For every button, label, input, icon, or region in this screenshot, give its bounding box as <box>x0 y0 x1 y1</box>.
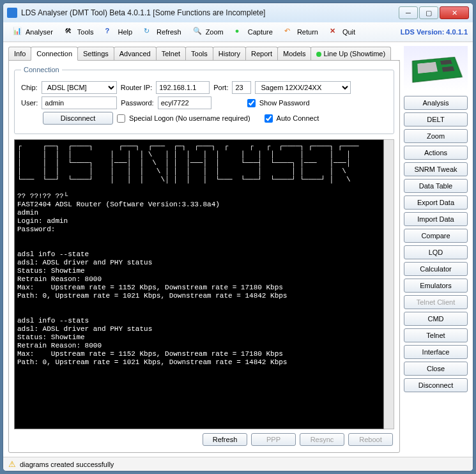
sidebar: AnalysisDELTZoomActionsSNRM TweakData Ta… <box>404 46 468 453</box>
side-calculator-button[interactable]: Calculator <box>404 262 468 276</box>
help-button[interactable]: ?Help <box>100 25 137 39</box>
capture-button[interactable]: ●Capture <box>231 25 277 39</box>
tabstrip: InfoConnectionSettingsAdvancedTelnetTool… <box>8 47 400 61</box>
special-logon-label: Special Logon (No username required) <box>129 114 250 122</box>
refresh-icon: ↻ <box>144 27 154 37</box>
tab-advanced[interactable]: Advanced <box>114 47 157 60</box>
tab-tools[interactable]: Tools <box>185 47 213 60</box>
side-zoom-button[interactable]: Zoom <box>404 129 468 143</box>
maximize-button[interactable]: ▢ <box>419 6 438 19</box>
version-label: LDS Version: 4.0.1.1 <box>401 28 468 36</box>
zoom-icon: 🔍 <box>193 27 203 37</box>
tools-button[interactable]: 🛠Tools <box>60 25 98 39</box>
side-lqd-button[interactable]: LQD <box>404 245 468 259</box>
tab-models[interactable]: Models <box>277 47 311 60</box>
side-analysis-button[interactable]: Analysis <box>404 96 468 110</box>
modem-select[interactable]: Sagem 12XX/24XX <box>255 81 351 94</box>
router-ip-label: Router IP: <box>121 84 153 91</box>
tab-line-up-showtime-[interactable]: Line Up (Showtime) <box>311 47 391 60</box>
titlebar: LDS Analyser (DMT Tool) Beta 4.0.1.1 [So… <box>3 3 473 22</box>
password-input[interactable] <box>158 96 211 109</box>
zoom-button[interactable]: 🔍Zoom <box>188 25 228 39</box>
status-dot-icon <box>316 52 321 57</box>
app-icon <box>7 8 17 18</box>
side-compare-button[interactable]: Compare <box>404 229 468 243</box>
auto-connect-checkbox[interactable] <box>265 114 273 123</box>
side-telnet-client-button[interactable]: Telnet Client <box>404 295 468 309</box>
capture-icon: ● <box>235 27 245 37</box>
auto-connect-label: Auto Connect <box>277 114 319 122</box>
connection-panel: Connection Chip: ADSL [BCM] Router IP: P… <box>8 60 400 453</box>
board-image <box>404 46 468 91</box>
window-title: LDS Analyser (DMT Tool) Beta 4.0.1.1 [So… <box>21 8 399 17</box>
side-actions-button[interactable]: Actions <box>404 146 468 160</box>
side-cmd-button[interactable]: CMD <box>404 312 468 326</box>
tab-history[interactable]: History <box>213 47 246 60</box>
side-interface-button[interactable]: Interface <box>404 345 468 359</box>
tab-settings[interactable]: Settings <box>77 47 114 60</box>
side-snrm-tweak-button[interactable]: SNRM Tweak <box>404 162 468 176</box>
ppp-button[interactable]: PPP <box>251 433 296 446</box>
status-bar: ⚠ diagrams created successfully <box>3 457 473 471</box>
close-button[interactable]: ✕ <box>440 6 469 19</box>
side-disconnect-button[interactable]: Disconnect <box>404 378 468 392</box>
tab-info[interactable]: Info <box>8 47 31 60</box>
connection-group: Connection Chip: ADSL [BCM] Router IP: P… <box>14 66 394 134</box>
user-label: User: <box>21 99 38 107</box>
side-data-table-button[interactable]: Data Table <box>404 179 468 193</box>
terminal-output: ┌ ┌──┐ ┌────┐ ┌───┐ ┌─── ┌─┐ ┌───┐ ┌ ┌ ┌… <box>14 139 384 429</box>
analyser-button[interactable]: 📊Analyser <box>8 25 58 39</box>
disconnect-button[interactable]: Disconnect <box>43 112 113 125</box>
help-icon: ? <box>105 27 115 37</box>
tab-connection[interactable]: Connection <box>31 47 78 61</box>
show-password-label: Show Password <box>259 99 310 107</box>
router-ip-input[interactable] <box>156 81 210 94</box>
side-delt-button[interactable]: DELT <box>404 112 468 126</box>
quit-button[interactable]: ✕Quit <box>325 25 360 39</box>
reboot-button[interactable]: Reboot <box>348 433 393 446</box>
refresh-bottom-button[interactable]: Refresh <box>203 433 247 446</box>
password-label: Password: <box>121 99 153 107</box>
side-export-data-button[interactable]: Export Data <box>404 195 468 210</box>
side-emulators-button[interactable]: Emulators <box>404 279 468 293</box>
chip-label: Chip: <box>21 84 38 91</box>
terminal-scrollbar[interactable] <box>384 139 394 429</box>
side-close-button[interactable]: Close <box>404 362 468 376</box>
tools-icon: 🛠 <box>65 27 75 37</box>
show-password-checkbox[interactable] <box>247 99 256 107</box>
user-input[interactable] <box>42 96 117 109</box>
chip-select[interactable]: ADSL [BCM] <box>42 81 117 94</box>
tab-report[interactable]: Report <box>245 47 278 60</box>
tab-telnet[interactable]: Telnet <box>156 47 186 60</box>
main-toolbar: 📊Analyser 🛠Tools ?Help ↻Refresh 🔍Zoom ●C… <box>3 22 473 42</box>
refresh-button[interactable]: ↻Refresh <box>139 25 186 39</box>
special-logon-checkbox[interactable] <box>117 114 125 123</box>
side-import-data-button[interactable]: Import Data <box>404 212 468 226</box>
connection-legend: Connection <box>21 66 62 73</box>
return-button[interactable]: ↶Return <box>280 25 323 39</box>
minimize-button[interactable]: ─ <box>399 6 418 19</box>
quit-icon: ✕ <box>330 27 340 37</box>
side-telnet-button[interactable]: Telnet <box>404 328 468 342</box>
status-text: diagrams created successfully <box>20 461 114 468</box>
port-label: Port: <box>213 84 228 91</box>
chart-icon: 📊 <box>13 27 23 37</box>
resync-button[interactable]: Resync <box>300 433 344 446</box>
port-input[interactable] <box>232 81 251 94</box>
warning-icon: ⚠ <box>8 459 16 469</box>
return-icon: ↶ <box>284 27 295 37</box>
